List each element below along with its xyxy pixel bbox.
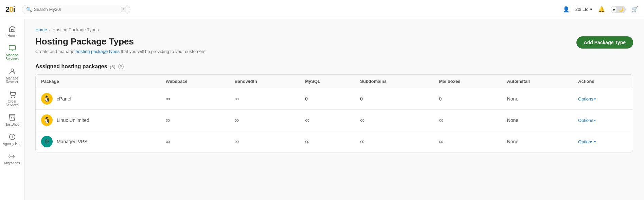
package-cell-content: 🐧 cPanel [41,93,155,105]
cell-subdomains: 0 [355,88,433,110]
page-header: Hosting Package Types Create and manage … [35,36,633,54]
user-chevron: ▾ [590,7,592,12]
search-slash: / [121,7,126,12]
options-dropdown-button[interactable]: Options▾ [578,139,627,144]
cell-actions: Options▾ [573,110,633,131]
sidebar-agency-hub-label: Agency Hub [3,142,21,146]
layout: Home Manage Services Manage Reseller Ord… [0,19,644,200]
user-icon[interactable]: 👤 [562,6,570,13]
sidebar: Home Manage Services Manage Reseller Ord… [0,19,24,200]
package-name: Managed VPS [57,139,87,144]
col-actions: Actions [573,75,633,88]
cell-package: 🐧 Linux Unlimited [36,110,160,131]
col-mysql: MySQL [300,75,355,88]
cell-mysql: ∞ [300,131,355,152]
add-package-type-button[interactable]: Add Package Type [576,36,633,49]
cell-package: 🐧 cPanel [36,88,160,110]
cell-subdomains: ∞ [355,110,433,131]
light-mode-icon: ● [611,6,616,13]
notifications-icon[interactable]: 🔔 [598,6,605,13]
logo[interactable]: 20i [5,5,15,14]
package-icon: 🐧 [41,114,53,126]
sidebar-item-agency-hub[interactable]: Agency Hub [0,130,24,149]
options-dropdown-button[interactable]: Options▾ [578,118,627,123]
info-icon[interactable]: ? [118,64,124,69]
sidebar-item-manage-reseller[interactable]: Manage Reseller [0,64,24,87]
section-title: Assigned hosting packages (5) ? [35,63,633,70]
breadcrumb-separator: / [49,27,51,32]
col-subdomains: Subdomains [355,75,433,88]
options-caret-icon: ▾ [594,140,596,144]
svg-point-2 [11,69,13,71]
sidebar-item-manage-services[interactable]: Manage Services [0,41,24,64]
table-header: Package Webspace Bandwidth MySQL Subdoma… [36,75,633,88]
cell-webspace: ∞ [160,110,229,131]
breadcrumb-current: Hosting Package Types [52,27,99,32]
cell-webspace: ∞ [160,88,229,110]
cell-mysql: ∞ [300,110,355,131]
subtitle-end: that you will be providing to your custo… [120,49,207,54]
package-cell-content: ⚙ Managed VPS [41,136,155,147]
table-row: ⚙ Managed VPS ∞ ∞ ∞ ∞ ∞ None Options▾ [36,131,633,152]
main-content: Home / Hosting Package Types Hosting Pac… [24,19,644,200]
cell-subdomains: ∞ [355,131,433,152]
col-autoinstall: Autoinstall [502,75,573,88]
svg-rect-0 [11,30,13,32]
page-subtitle: Create and manage hosting package types … [35,49,207,54]
cell-package: ⚙ Managed VPS [36,131,160,152]
cell-autoinstall: None [502,131,573,152]
page-header-text: Hosting Package Types Create and manage … [35,36,207,54]
dark-mode-icon: 🌙 [617,6,625,13]
sidebar-order-services-label: Order Services [1,99,23,107]
cart-icon[interactable]: 🛒 [631,6,639,13]
breadcrumb-home[interactable]: Home [35,27,47,32]
svg-point-4 [14,97,15,97]
sidebar-home-label: Home [7,34,17,38]
page-title: Hosting Package Types [35,36,207,47]
cell-autoinstall: None [502,88,573,110]
search-bar: 🔍 / [22,5,130,14]
cell-mailboxes: ∞ [434,131,502,152]
cell-autoinstall: None [502,110,573,131]
table-row: 🐧 cPanel ∞ ∞ 0 0 0 None Options▾ [36,88,633,110]
theme-toggle[interactable]: ● 🌙 [611,6,626,13]
sidebar-hostshop-label: HostShop [5,123,20,126]
user-name: 20i Ltd [575,7,589,12]
cell-webspace: ∞ [160,131,229,152]
options-dropdown-button[interactable]: Options▾ [578,96,627,102]
svg-rect-1 [9,46,15,50]
sidebar-manage-reseller-label: Manage Reseller [1,76,23,84]
col-package: Package [36,75,160,88]
sidebar-item-order-services[interactable]: Order Services [0,87,24,110]
sidebar-manage-services-label: Manage Services [1,53,23,61]
cell-actions: Options▾ [573,131,633,152]
top-navigation: 20i 🔍 / 👤 20i Ltd ▾ 🔔 ● 🌙 🛒 [0,0,644,19]
subtitle-link[interactable]: hosting package types [76,49,120,54]
package-name: cPanel [57,96,71,102]
cell-mysql: 0 [300,88,355,110]
options-caret-icon: ▾ [594,119,596,122]
breadcrumb: Home / Hosting Package Types [35,27,633,32]
sidebar-item-hostshop[interactable]: HostShop [0,110,24,130]
table-header-row: Package Webspace Bandwidth MySQL Subdoma… [36,75,633,88]
col-mailboxes: Mailboxes [434,75,502,88]
package-icon: 🐧 [41,93,53,105]
subtitle-start: Create and manage [35,49,76,54]
cell-actions: Options▾ [573,88,633,110]
sidebar-item-migrations[interactable]: Migrations [0,149,24,168]
user-menu[interactable]: 20i Ltd ▾ [575,7,592,12]
col-bandwidth: Bandwidth [229,75,300,88]
search-icon: 🔍 [26,7,32,12]
cell-bandwidth: ∞ [229,110,300,131]
sidebar-item-home[interactable]: Home [0,22,24,41]
packages-table: Package Webspace Bandwidth MySQL Subdoma… [36,75,633,152]
cell-mailboxes: ∞ [434,110,502,131]
topnav-right: 👤 20i Ltd ▾ 🔔 ● 🌙 🛒 [562,6,639,13]
package-name: Linux Unlimited [57,117,89,123]
section-title-text: Assigned hosting packages [35,63,107,70]
package-icon: ⚙ [41,136,53,147]
cell-bandwidth: ∞ [229,88,300,110]
table-body: 🐧 cPanel ∞ ∞ 0 0 0 None Options▾ 🐧 Linux… [36,88,633,152]
search-input[interactable] [34,7,119,12]
table-row: 🐧 Linux Unlimited ∞ ∞ ∞ ∞ ∞ None Options… [36,110,633,131]
